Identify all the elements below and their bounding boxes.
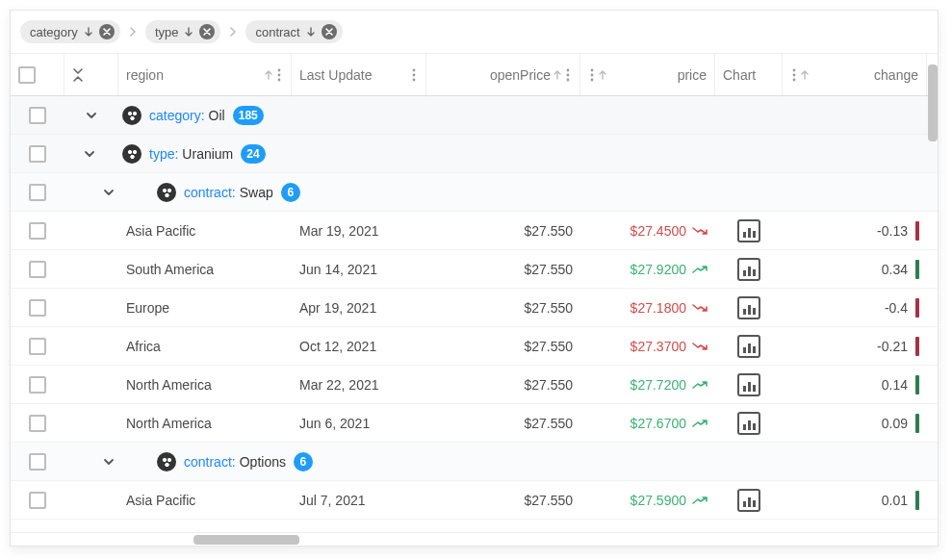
cell-open-price: $27.550 bbox=[426, 327, 580, 365]
count-badge: 6 bbox=[281, 183, 300, 202]
group-row-type[interactable]: type: Uranium 24 bbox=[11, 135, 938, 173]
trend-down-icon bbox=[692, 226, 708, 236]
groupby-chip-type[interactable]: type bbox=[145, 20, 221, 43]
header-label: openPrice bbox=[434, 67, 551, 83]
chart-button[interactable] bbox=[737, 489, 760, 512]
column-menu-icon[interactable] bbox=[790, 68, 798, 82]
remove-chip-icon[interactable] bbox=[99, 24, 115, 39]
sort-up-icon[interactable] bbox=[553, 70, 562, 80]
table-row[interactable]: AfricaOct 12, 2021$27.550$27.3700-0.21 bbox=[11, 327, 938, 366]
sort-up-icon[interactable] bbox=[800, 70, 810, 80]
scrollbar-thumb[interactable] bbox=[193, 535, 299, 545]
group-value: Swap bbox=[240, 185, 273, 200]
cell-open-price: $27.550 bbox=[426, 212, 580, 249]
svg-point-11 bbox=[591, 78, 594, 81]
data-grid: category type contract region bbox=[10, 10, 939, 547]
region-value: North America bbox=[126, 416, 212, 431]
chevron-down-icon bbox=[102, 455, 116, 469]
checkbox[interactable] bbox=[29, 338, 46, 355]
svg-point-5 bbox=[413, 78, 416, 81]
group-row-category[interactable]: category: Oil 185 bbox=[11, 96, 938, 135]
checkbox[interactable] bbox=[29, 145, 46, 163]
price-value: $27.4500 bbox=[630, 223, 686, 239]
svg-point-13 bbox=[793, 73, 796, 76]
group-key: contract: bbox=[184, 185, 236, 200]
checkbox[interactable] bbox=[29, 184, 46, 201]
table-row[interactable]: Asia PacificMar 19, 2021$27.550$27.4500-… bbox=[11, 212, 938, 250]
cell-price: $27.3700 bbox=[580, 327, 715, 365]
header-open-price[interactable]: openPrice bbox=[426, 54, 580, 95]
svg-point-3 bbox=[413, 68, 416, 71]
table-row[interactable]: EuropeApr 19, 2021$27.550$27.1800-0.4 bbox=[11, 289, 938, 327]
chart-button[interactable] bbox=[737, 335, 760, 358]
column-menu-icon[interactable] bbox=[588, 68, 596, 82]
header-region[interactable]: region bbox=[118, 54, 292, 95]
horizontal-scrollbar[interactable] bbox=[11, 532, 938, 546]
table-row[interactable]: North AmericaMar 22, 2021$27.550$27.7200… bbox=[11, 366, 938, 404]
chart-button[interactable] bbox=[737, 412, 760, 435]
table-row[interactable]: South AmericaJun 14, 2021$27.550$27.9200… bbox=[11, 250, 938, 289]
cell-change: 0.14 bbox=[783, 366, 927, 403]
checkbox[interactable] bbox=[29, 261, 46, 278]
table-row[interactable]: Asia PacificJul 7, 2021$27.550$27.59000.… bbox=[11, 481, 938, 520]
open-price-value: $27.550 bbox=[524, 377, 573, 393]
sort-up-icon[interactable] bbox=[264, 70, 273, 80]
open-price-value: $27.550 bbox=[524, 262, 573, 277]
remove-chip-icon[interactable] bbox=[322, 24, 337, 39]
chart-button[interactable] bbox=[737, 219, 760, 242]
cell-region: Asia Pacific bbox=[118, 212, 292, 249]
open-price-value: $27.550 bbox=[524, 223, 573, 239]
header-price[interactable]: price bbox=[580, 54, 715, 95]
last-update-value: Jul 7, 2021 bbox=[299, 493, 366, 508]
group-row-contract[interactable]: contract: Swap 6 bbox=[11, 173, 938, 212]
expand-toggle[interactable] bbox=[99, 455, 118, 469]
chart-button[interactable] bbox=[737, 296, 760, 319]
change-bar bbox=[915, 221, 919, 241]
checkbox[interactable] bbox=[29, 299, 46, 317]
checkbox[interactable] bbox=[29, 415, 46, 432]
checkbox[interactable] bbox=[29, 453, 46, 471]
open-price-value: $27.550 bbox=[524, 300, 573, 316]
count-badge: 24 bbox=[241, 144, 265, 164]
checkbox[interactable] bbox=[29, 222, 46, 240]
column-menu-icon[interactable] bbox=[410, 68, 418, 82]
expand-toggle[interactable] bbox=[99, 186, 118, 199]
group-key: type: bbox=[149, 146, 178, 162]
price-value: $27.1800 bbox=[630, 300, 686, 316]
cell-region: Africa bbox=[118, 327, 292, 365]
header-select-all[interactable] bbox=[11, 54, 64, 95]
groupby-chip-contract[interactable]: contract bbox=[245, 20, 342, 43]
header-change[interactable]: change bbox=[783, 54, 927, 95]
chart-button[interactable] bbox=[737, 258, 760, 281]
cell-open-price: $27.550 bbox=[426, 250, 580, 288]
region-value: Asia Pacific bbox=[126, 493, 195, 508]
expand-toggle[interactable] bbox=[80, 147, 99, 161]
groupby-chip-category[interactable]: category bbox=[20, 20, 120, 43]
header-last-update[interactable]: Last Update bbox=[292, 54, 426, 95]
price-value: $27.6700 bbox=[630, 416, 686, 431]
cell-last-update: Mar 19, 2021 bbox=[292, 212, 426, 249]
table-row[interactable]: North AmericaJun 6, 2021$27.550$27.67000… bbox=[11, 404, 938, 443]
group-row-contract[interactable]: contract: Options 6 bbox=[11, 443, 938, 481]
change-value: -0.21 bbox=[877, 339, 908, 354]
column-menu-icon[interactable] bbox=[275, 68, 283, 82]
remove-chip-icon[interactable] bbox=[199, 24, 215, 39]
header-collapse-all[interactable] bbox=[64, 54, 118, 95]
cell-region: Europe bbox=[118, 289, 292, 326]
trend-up-icon bbox=[692, 265, 708, 274]
cell-change: 0.01 bbox=[783, 481, 927, 519]
collapse-all-icon[interactable] bbox=[72, 67, 84, 83]
cell-last-update: Mar 22, 2021 bbox=[292, 366, 426, 403]
vertical-scrollbar-thumb[interactable] bbox=[928, 64, 938, 141]
header-chart[interactable]: Chart bbox=[715, 54, 783, 95]
checkbox[interactable] bbox=[29, 107, 46, 124]
expand-toggle[interactable] bbox=[64, 109, 118, 122]
chart-button[interactable] bbox=[737, 373, 760, 396]
sort-up-icon[interactable] bbox=[598, 70, 607, 80]
group-value: Oil bbox=[209, 108, 225, 123]
column-menu-icon[interactable] bbox=[564, 68, 572, 82]
checkbox[interactable] bbox=[29, 492, 46, 509]
checkbox[interactable] bbox=[29, 376, 46, 394]
checkbox[interactable] bbox=[18, 66, 36, 84]
last-update-value: Jun 14, 2021 bbox=[299, 262, 377, 277]
